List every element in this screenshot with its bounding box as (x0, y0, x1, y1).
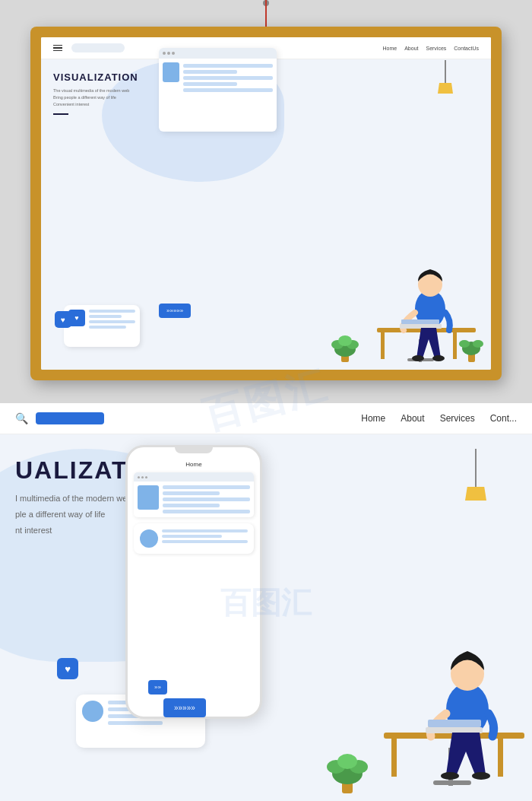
bottom-arrow-small[interactable]: »» (148, 680, 167, 695)
nav-links: Home About Services ContactUs (382, 46, 479, 51)
bottom-nav-links: Home About Services Cont... (361, 413, 517, 424)
phone-browser-dot (141, 476, 144, 478)
bottom-person-illustration (369, 607, 528, 797)
browser-lines (183, 62, 273, 92)
chat-line (89, 326, 126, 329)
svg-point-9 (412, 355, 424, 361)
phone-browser-body (134, 482, 254, 517)
bottom-chat-line (108, 721, 163, 725)
svg-rect-22 (498, 739, 503, 777)
bottom-nav-services[interactable]: Services (440, 413, 475, 424)
bottom-nav-contact[interactable]: Cont... (490, 413, 517, 424)
chat-line (89, 320, 135, 323)
svg-point-30 (472, 772, 490, 780)
browser-line (183, 64, 273, 68)
bottom-lamp-shade (465, 487, 486, 501)
bottom-nav: 🔍 Home About Services Cont... (0, 403, 532, 434)
phone-chat-lines (162, 529, 248, 548)
phone-mockup: Home (125, 445, 262, 719)
nav-contact[interactable]: ContactUs (454, 46, 479, 51)
search-bar (71, 43, 125, 52)
mini-site: Home About Services ContactUs VISUALIZAT… (41, 37, 491, 370)
phone-chat-line (162, 540, 248, 543)
chat-line (89, 315, 122, 318)
phone-browser (134, 472, 254, 517)
bottom-chat-avatar (82, 701, 103, 722)
phone-browser-line (163, 485, 250, 489)
browser-line (183, 70, 237, 74)
phone-chat-card (134, 523, 254, 554)
svg-point-35 (337, 754, 357, 769)
svg-rect-1 (381, 332, 385, 359)
svg-point-19 (473, 340, 483, 348)
lamp (438, 60, 453, 94)
wood-frame: Home About Services ContactUs VISUALIZAT… (30, 27, 502, 380)
lamp-wire (445, 60, 446, 83)
browser-dot (172, 52, 175, 55)
svg-rect-24 (433, 780, 471, 785)
phone-browser-line (163, 504, 220, 507)
browser-card (159, 48, 277, 132)
browser-dot (167, 52, 170, 55)
bottom-search-bar (36, 412, 104, 424)
hanging-wire (265, 0, 267, 30)
lamp-shade (438, 83, 453, 94)
browser-dot (163, 52, 166, 55)
phone-browser-line (163, 510, 250, 513)
nav-about[interactable]: About (404, 46, 418, 51)
phone-chat-line (162, 535, 222, 538)
bottom-like-icon: ♥ (57, 658, 78, 679)
hamburger-icon (53, 45, 62, 52)
browser-line (183, 82, 237, 86)
bottom-lamp (465, 449, 486, 501)
bottom-plant-icon (327, 742, 369, 795)
browser-body (159, 59, 277, 96)
browser-avatar (163, 62, 179, 82)
nav-services[interactable]: Services (426, 46, 446, 51)
phone-browser-dot (138, 476, 140, 478)
chat-lines (89, 310, 135, 342)
bottom-nav-about[interactable]: About (401, 413, 424, 424)
hero-title: VISUALIZATION (53, 72, 175, 83)
svg-point-29 (441, 772, 459, 780)
arrow-button[interactable]: »»»»» (159, 304, 191, 318)
plant-right-icon (458, 326, 485, 364)
phone-chat-content (140, 529, 248, 548)
hero-dash (53, 113, 68, 115)
phone-browser-bar (134, 472, 254, 482)
hero-desc: The visual multimedia of the modern web … (53, 87, 175, 107)
plant-icon (330, 322, 360, 364)
browser-bar (159, 48, 277, 59)
phone-screen: Home (128, 453, 260, 710)
phone-browser-line (163, 497, 250, 501)
bottom-lamp-wire (475, 449, 477, 487)
svg-rect-27 (426, 727, 483, 733)
svg-rect-28 (428, 720, 481, 727)
svg-rect-8 (401, 319, 439, 324)
svg-point-18 (459, 340, 470, 348)
browser-line (183, 88, 273, 92)
browser-line (183, 76, 273, 80)
chat-bubble: ♥ (64, 305, 140, 347)
nav-home[interactable]: Home (382, 46, 397, 51)
phone-chat-avatar (140, 529, 158, 548)
bottom-arrow-button[interactable]: »»»»» (163, 698, 206, 717)
phone-browser-lines (163, 485, 250, 513)
svg-point-10 (432, 355, 445, 361)
phone-browser-avatar (138, 485, 159, 510)
phone-browser-content (163, 485, 250, 513)
chat-line (89, 310, 135, 313)
bottom-nav-home[interactable]: Home (361, 413, 385, 424)
phone-browser-line (163, 491, 220, 495)
phone-notch (175, 447, 213, 453)
svg-rect-2 (453, 332, 457, 359)
wood-frame-inner: Home About Services ContactUs VISUALIZAT… (41, 37, 491, 370)
svg-rect-21 (391, 739, 397, 777)
like-icon: ♥ (55, 311, 71, 328)
search-icon: 🔍 (15, 412, 28, 424)
arrow-icon: »» (154, 684, 161, 691)
bottom-section: 🔍 Home About Services Cont... UALIZATION… (0, 403, 532, 801)
phone-browser-dot (145, 476, 147, 478)
frame-section: Home About Services ContactUs VISUALIZAT… (0, 0, 532, 403)
arrow-icon: »»»»» (166, 307, 183, 314)
